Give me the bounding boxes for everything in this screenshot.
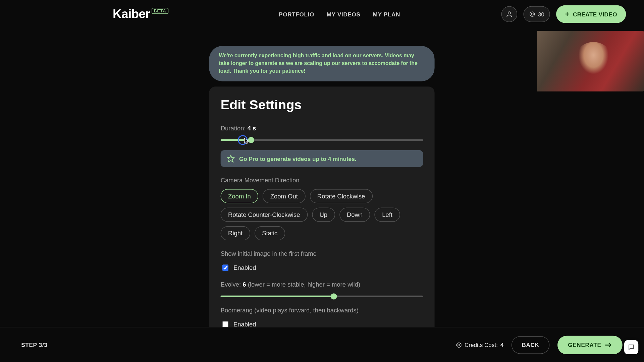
beta-badge: BETA — [152, 8, 168, 14]
credits-icon — [529, 11, 535, 17]
user-icon — [505, 11, 513, 18]
svg-point-4 — [457, 343, 461, 347]
duration-label: Duration: 4 s — [221, 125, 423, 132]
camera-option-rotate-clockwise[interactable]: Rotate Clockwise — [310, 189, 372, 203]
arrow-right-icon — [605, 342, 612, 348]
camera-option-static[interactable]: Static — [255, 226, 285, 240]
slider-thumb[interactable] — [248, 137, 254, 143]
footer: STEP 3/3 Credits Cost: 4 BACK GENERATE — [0, 327, 644, 362]
profile-button[interactable] — [501, 6, 517, 22]
back-button[interactable]: BACK — [512, 336, 549, 354]
logo[interactable]: Kaiber BETA — [113, 7, 168, 21]
traffic-notice: We're currently experiencing high traffi… — [209, 46, 434, 81]
svg-point-5 — [458, 344, 460, 346]
pro-banner[interactable]: Go Pro to generate videos up to 4 minute… — [221, 150, 423, 167]
boomerang-checkbox[interactable] — [222, 321, 228, 327]
credits-icon — [456, 342, 462, 348]
generate-label: GENERATE — [568, 342, 601, 348]
credits-cost: Credits Cost: 4 — [456, 342, 504, 348]
create-video-label: CREATE VIDEO — [573, 11, 617, 17]
boomerang-label: Boomerang (video plays forward, then bac… — [221, 307, 423, 314]
evolve-slider[interactable] — [221, 293, 423, 301]
webcam-overlay — [537, 31, 644, 92]
main-nav: PORTFOLIO MY VIDEOS MY PLAN — [279, 11, 400, 17]
camera-option-up[interactable]: Up — [312, 208, 335, 222]
camera-option-zoom-in[interactable]: Zoom In — [221, 189, 259, 203]
camera-option-left[interactable]: Left — [375, 208, 400, 222]
camera-option-right[interactable]: Right — [221, 226, 250, 240]
show-initial-label: Show initial image in the first frame — [221, 250, 423, 257]
create-video-button[interactable]: + CREATE VIDEO — [556, 5, 626, 23]
chat-icon — [628, 344, 635, 351]
svg-point-2 — [531, 13, 533, 15]
camera-option-down[interactable]: Down — [339, 208, 370, 222]
evolve-label: Evolve: 6 (lower = more stable, higher =… — [221, 281, 423, 288]
svg-point-0 — [508, 12, 510, 14]
generate-button[interactable]: GENERATE — [557, 336, 623, 354]
page-title: Edit Settings — [221, 97, 423, 112]
show-initial-checkbox[interactable] — [222, 265, 228, 271]
plus-icon: + — [565, 10, 570, 18]
chat-widget[interactable] — [624, 340, 638, 354]
credits-count: 30 — [538, 11, 544, 17]
svg-point-1 — [530, 12, 535, 16]
svg-marker-3 — [227, 156, 234, 162]
pro-banner-text: Go Pro to generate videos up to 4 minute… — [239, 156, 356, 162]
show-initial-checkbox-row[interactable]: Enabled — [221, 263, 423, 272]
settings-card: Edit Settings Duration: 4 s Go Pro to ge… — [209, 87, 434, 350]
slider-thumb[interactable] — [331, 293, 337, 299]
step-indicator: STEP 3/3 — [21, 342, 47, 348]
logo-text: Kaiber — [113, 7, 150, 21]
enabled-label: Enabled — [233, 264, 256, 271]
slider-fill — [221, 296, 334, 297]
camera-option-rotate-counter-clockwise[interactable]: Rotate Counter-Clockwise — [221, 208, 308, 222]
camera-option-zoom-out[interactable]: Zoom Out — [263, 189, 305, 203]
star-icon — [227, 155, 235, 163]
camera-options: Zoom InZoom OutRotate ClockwiseRotate Co… — [221, 189, 423, 240]
duration-slider[interactable] — [221, 136, 423, 144]
header: Kaiber BETA PORTFOLIO MY VIDEOS MY PLAN … — [0, 0, 644, 28]
nav-portfolio[interactable]: PORTFOLIO — [279, 11, 314, 17]
slider-fill — [221, 139, 251, 141]
nav-my-videos[interactable]: MY VIDEOS — [327, 11, 361, 17]
credits-chip[interactable]: 30 — [523, 6, 550, 22]
nav-my-plan[interactable]: MY PLAN — [373, 11, 400, 17]
camera-label: Camera Movement Direction — [221, 177, 423, 184]
